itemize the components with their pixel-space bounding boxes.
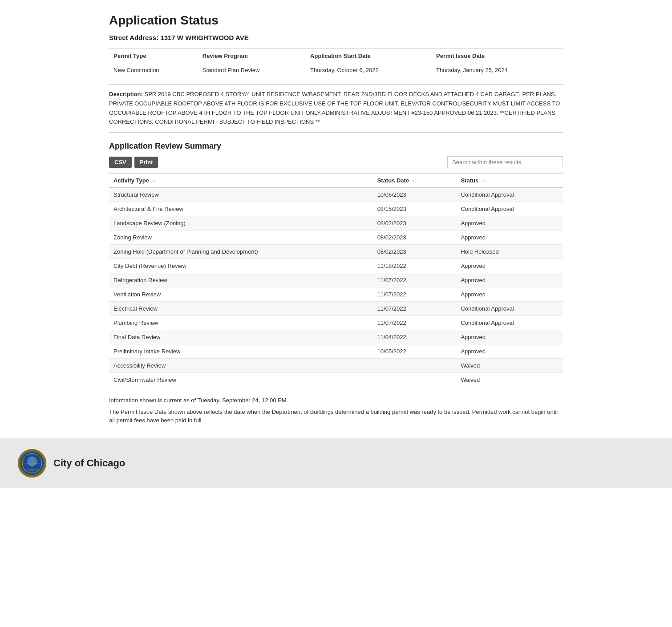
table-row: Plumbing Review 11/07/2022 Conditional A… — [109, 316, 563, 330]
permit-issue-date-cell: Thursday, January 25, 2024 — [432, 63, 563, 77]
table-row: Civil/Stormwater Review Waived — [109, 373, 563, 387]
status-date-cell: 11/07/2022 — [373, 287, 457, 302]
toolbar-buttons: CSV Print — [109, 157, 158, 168]
activity-type-cell: Ventilation Review — [109, 287, 373, 302]
status-date-header[interactable]: Status Date ↑↓ — [373, 173, 457, 188]
status-date-cell: 11/04/2022 — [373, 330, 457, 344]
table-row: Accessibility Review Waived — [109, 359, 563, 373]
status-date-cell: 11/07/2022 — [373, 302, 457, 316]
permit-row: New Construction Standard Plan Review Th… — [109, 63, 563, 77]
activity-type-cell: City Debt (Revenue) Review — [109, 259, 373, 273]
csv-button[interactable]: CSV — [109, 157, 132, 168]
activity-type-cell: Zoning Review — [109, 231, 373, 245]
activity-type-cell: Refrigeration Review — [109, 273, 373, 287]
status-cell: Waived — [456, 359, 563, 373]
status-date-cell — [373, 359, 457, 373]
activity-type-cell: Architectural & Fire Review — [109, 202, 373, 216]
activity-type-cell: Zoning Hold (Department of Planning and … — [109, 245, 373, 259]
status-date-cell: 08/02/2023 — [373, 231, 457, 245]
activity-type-cell: Final Data Review — [109, 330, 373, 344]
activity-type-cell: Plumbing Review — [109, 316, 373, 330]
status-cell: Conditional Approval — [456, 316, 563, 330]
footer-note-1: Information shown is current as of Tuesd… — [109, 396, 563, 405]
table-row: City Debt (Revenue) Review 11/18/2022 Ap… — [109, 259, 563, 273]
review-summary-title: Application Review Summary — [109, 142, 563, 151]
application-start-date-cell: Thursday, October 6, 2022 — [306, 63, 432, 77]
status-cell: Approved — [456, 259, 563, 273]
page-title: Application Status — [109, 13, 563, 28]
activity-type-cell: Accessibility Review — [109, 359, 373, 373]
status-cell: Hold Released — [456, 245, 563, 259]
status-sort-icon: ↑↓ — [482, 178, 486, 183]
status-cell: Approved — [456, 287, 563, 302]
activity-type-header[interactable]: Activity Type ↑↓ — [109, 173, 373, 188]
activity-type-cell: Landscape Review (Zoning) — [109, 216, 373, 231]
search-input[interactable] — [447, 156, 563, 168]
status-date-cell: 08/15/2023 — [373, 202, 457, 216]
status-date-cell: 11/18/2022 — [373, 259, 457, 273]
table-row: Refrigeration Review 11/07/2022 Approved — [109, 273, 563, 287]
status-date-cell: 10/06/2023 — [373, 188, 457, 202]
review-program-header: Review Program — [198, 49, 306, 63]
street-address: Street Address: 1317 W WRIGHTWOOD AVE — [109, 34, 563, 41]
table-row: Structural Review 10/06/2023 Conditional… — [109, 188, 563, 202]
street-address-value: 1317 W WRIGHTWOOD AVE — [160, 34, 248, 41]
status-cell: Approved — [456, 216, 563, 231]
activity-type-cell: Preliminary Intake Review — [109, 344, 373, 359]
status-date-cell: 10/05/2022 — [373, 344, 457, 359]
activity-type-cell: Electrical Review — [109, 302, 373, 316]
status-cell: Approved — [456, 273, 563, 287]
table-row: Architectural & Fire Review 08/15/2023 C… — [109, 202, 563, 216]
toolbar: CSV Print — [109, 156, 563, 168]
description-label: Description: — [109, 91, 143, 97]
table-row: Zoning Review 08/02/2023 Approved — [109, 231, 563, 245]
status-date-cell: 11/07/2022 — [373, 316, 457, 330]
footer-note-2: The Permit Issue Date shown above reflec… — [109, 408, 563, 425]
table-row: Landscape Review (Zoning) 08/02/2023 App… — [109, 216, 563, 231]
review-program-cell: Standard Plan Review — [198, 63, 306, 77]
table-row: Zoning Hold (Department of Planning and … — [109, 245, 563, 259]
table-row: Ventilation Review 11/07/2022 Approved — [109, 287, 563, 302]
description-text: SPR 2019 CBC PROPOSED 4 STORY/4 UNIT RES… — [109, 91, 560, 125]
print-button[interactable]: Print — [134, 157, 158, 168]
status-cell: Conditional Approval — [456, 202, 563, 216]
permit-type-cell: New Construction — [109, 63, 198, 77]
status-cell: Waived — [456, 373, 563, 387]
street-address-label: Street Address: — [109, 34, 158, 41]
status-cell: Approved — [456, 231, 563, 245]
status-cell: Conditional Approval — [456, 302, 563, 316]
status-cell: Conditional Approval — [456, 188, 563, 202]
status-date-cell — [373, 373, 457, 387]
activity-type-cell: Civil/Stormwater Review — [109, 373, 373, 387]
status-cell: Approved — [456, 330, 563, 344]
status-date-cell: 08/02/2023 — [373, 216, 457, 231]
table-row: Preliminary Intake Review 10/05/2022 App… — [109, 344, 563, 359]
status-date-sort-icon: ↑↓ — [413, 178, 417, 183]
permit-issue-date-header: Permit Issue Date — [432, 49, 563, 63]
city-seal: CHICAGO — [18, 449, 46, 477]
permit-type-header: Permit Type — [109, 49, 198, 63]
description-block: Description: SPR 2019 CBC PROPOSED 4 STO… — [109, 84, 563, 133]
application-start-date-header: Application Start Date — [306, 49, 432, 63]
status-date-cell: 11/07/2022 — [373, 273, 457, 287]
activity-type-cell: Structural Review — [109, 188, 373, 202]
status-cell: Approved — [456, 344, 563, 359]
city-name: City of Chicago — [53, 457, 125, 469]
permit-table: Permit Type Review Program Application S… — [109, 49, 563, 77]
review-summary-table: Activity Type ↑↓ Status Date ↑↓ Status ↑… — [109, 173, 563, 387]
activity-type-sort-icon: ↑↓ — [153, 178, 157, 183]
status-date-cell: 08/02/2023 — [373, 245, 457, 259]
city-footer: CHICAGO City of Chicago — [0, 438, 672, 488]
table-row: Final Data Review 11/04/2022 Approved — [109, 330, 563, 344]
table-row: Electrical Review 11/07/2022 Conditional… — [109, 302, 563, 316]
status-header[interactable]: Status ↑↓ — [456, 173, 563, 188]
